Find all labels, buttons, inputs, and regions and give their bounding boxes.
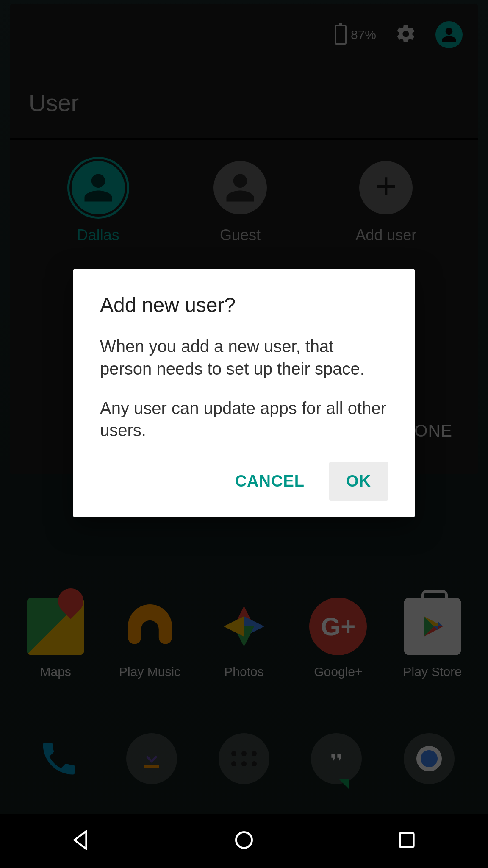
ok-button[interactable]: OK <box>329 462 388 501</box>
dialog-scrim[interactable]: Add new user? When you add a new user, t… <box>0 0 488 868</box>
dialog-actions: CANCEL OK <box>100 462 388 501</box>
recents-icon <box>395 828 419 852</box>
nav-home-button[interactable] <box>232 828 256 854</box>
dialog-body-line1: When you add a new user, that person nee… <box>100 335 388 380</box>
dialog-body: When you add a new user, that person nee… <box>100 335 388 442</box>
dialog-body-line2: Any user can update apps for all other u… <box>100 397 388 442</box>
nav-recents-button[interactable] <box>395 828 419 854</box>
back-icon <box>69 828 93 852</box>
home-screen: 87% User Dallas Guest <box>0 0 488 868</box>
home-icon <box>232 828 256 852</box>
dialog-title: Add new user? <box>100 293 388 317</box>
navigation-bar <box>0 814 488 868</box>
svg-marker-4 <box>75 831 86 849</box>
svg-rect-6 <box>400 833 414 847</box>
nav-back-button[interactable] <box>69 828 93 854</box>
add-user-dialog: Add new user? When you add a new user, t… <box>73 269 415 517</box>
svg-point-5 <box>236 832 252 848</box>
cancel-button[interactable]: CANCEL <box>218 462 322 501</box>
